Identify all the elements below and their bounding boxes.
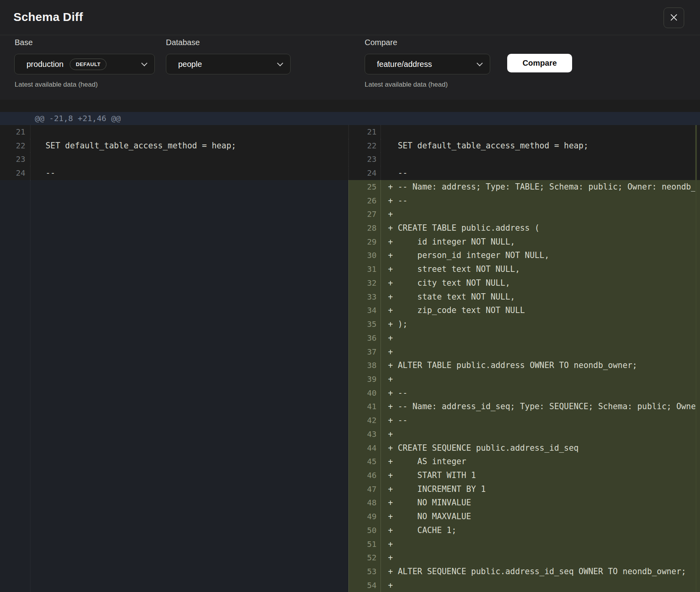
- diff-line: 41+ -- Name: address_id_seq; Type: SEQUE…: [348, 400, 700, 414]
- line-number: 50: [348, 524, 381, 537]
- code-text: +: [381, 427, 700, 441]
- code-text: + --: [381, 194, 700, 208]
- line-number: 43: [348, 427, 381, 441]
- code-text: + --: [381, 414, 700, 427]
- database-label: Database: [166, 38, 200, 47]
- diff-line: 32+ city text NOT NULL,: [348, 276, 700, 290]
- diff-line: 35+ );: [348, 317, 700, 331]
- database-select[interactable]: people: [166, 54, 291, 74]
- diff-line: 23: [0, 152, 348, 166]
- line-number: 21: [0, 125, 30, 139]
- code-text: SET default_table_access_method = heap;: [30, 139, 348, 153]
- left-empty-filler: [0, 180, 348, 592]
- code-text: +: [381, 579, 700, 592]
- code-text: +: [381, 551, 700, 565]
- diff-line: 54+: [348, 579, 700, 592]
- line-number: 24: [348, 166, 381, 180]
- code-text: [381, 125, 700, 139]
- diff-line: 43+: [348, 427, 700, 441]
- line-number: 47: [348, 482, 381, 496]
- line-number: 31: [348, 262, 381, 276]
- code-text: + ALTER TABLE public.address OWNER TO ne…: [381, 359, 700, 372]
- code-text: + --: [381, 386, 700, 400]
- code-text: + CREATE SEQUENCE public.address_id_seq: [381, 441, 700, 455]
- compare-button[interactable]: Compare: [507, 54, 572, 72]
- line-number: 25: [348, 180, 381, 194]
- diff-line: 49+ NO MAXVALUE: [348, 510, 700, 524]
- line-number: 52: [348, 551, 381, 565]
- line-number: 48: [348, 496, 381, 510]
- diff-line: 52+: [348, 551, 700, 565]
- line-number: 37: [348, 345, 381, 359]
- diff-line: 28+ CREATE TABLE public.address (: [348, 221, 700, 235]
- code-text: + -- Name: address_id_seq; Type: SEQUENC…: [381, 400, 700, 414]
- diff-line: 27+: [348, 207, 700, 221]
- close-button[interactable]: [664, 8, 684, 28]
- code-text: + zip_code text NOT NULL: [381, 304, 700, 317]
- overview-ruler: [695, 125, 697, 592]
- diff-line: 46+ START WITH 1: [348, 469, 700, 482]
- compare-label: Compare: [365, 38, 397, 47]
- code-text: +: [381, 345, 700, 359]
- diff-editor[interactable]: @@ -21,8 +21,46 @@ 2122SET default_table…: [0, 100, 700, 592]
- base-branch-value: production: [27, 60, 63, 69]
- code-text: [30, 152, 348, 166]
- line-number: 46: [348, 469, 381, 482]
- line-number: 33: [348, 290, 381, 304]
- diff-left-pane[interactable]: 2122SET default_table_access_method = he…: [0, 125, 348, 592]
- code-text: SET default_table_access_method = heap;: [381, 139, 700, 153]
- code-text: + CACHE 1;: [381, 524, 700, 537]
- diff-line: 31+ street text NOT NULL,: [348, 262, 700, 276]
- page-title: Schema Diff: [13, 10, 83, 24]
- code-text: + state text NOT NULL,: [381, 290, 700, 304]
- diff-line: 26+ --: [348, 194, 700, 208]
- line-number: 53: [348, 565, 381, 579]
- diff-line: 30+ person_id integer NOT NULL,: [348, 249, 700, 262]
- code-text: +: [381, 331, 700, 345]
- line-number: 30: [348, 249, 381, 262]
- diff-line: 33+ state text NOT NULL,: [348, 290, 700, 304]
- base-hint: Latest available data (head): [15, 81, 98, 89]
- line-number: 27: [348, 207, 381, 221]
- line-number: 51: [348, 537, 381, 551]
- code-text: + NO MAXVALUE: [381, 510, 700, 524]
- diff-line: 22 SET default_table_access_method = hea…: [348, 139, 700, 153]
- code-text: + city text NOT NULL,: [381, 276, 700, 290]
- gutter: [0, 180, 30, 592]
- dialog-header: Schema Diff: [0, 0, 700, 35]
- diff-line: 37+: [348, 345, 700, 359]
- line-number: 36: [348, 331, 381, 345]
- diff-line: 36+: [348, 331, 700, 345]
- diff-line: 25+ -- Name: address; Type: TABLE; Schem…: [348, 180, 700, 194]
- line-number: 39: [348, 372, 381, 386]
- code-text: + -- Name: address; Type: TABLE; Schema:…: [381, 180, 700, 194]
- line-number: 41: [348, 400, 381, 414]
- compare-branch-value: feature/address: [377, 60, 432, 69]
- line-number: 38: [348, 359, 381, 372]
- diff-line: 22SET default_table_access_method = heap…: [0, 139, 348, 153]
- base-branch-select[interactable]: production DEFAULT: [14, 54, 155, 74]
- default-badge: DEFAULT: [70, 59, 106, 70]
- code-text: + INCREMENT BY 1: [381, 482, 700, 496]
- chevron-down-icon: [277, 60, 283, 66]
- code-text: + );: [381, 317, 700, 331]
- code-text: --: [381, 166, 700, 180]
- close-icon: [670, 13, 678, 23]
- code-text: +: [381, 372, 700, 386]
- code-text: + NO MINVALUE: [381, 496, 700, 510]
- diff-line: 47+ INCREMENT BY 1: [348, 482, 700, 496]
- diff-line: 45+ AS integer: [348, 455, 700, 469]
- diff-line: 50+ CACHE 1;: [348, 524, 700, 537]
- diff-line: 29+ id integer NOT NULL,: [348, 235, 700, 249]
- line-number: 26: [348, 194, 381, 208]
- compare-branch-select[interactable]: feature/address: [365, 54, 490, 74]
- compare-hint: Latest available data (head): [365, 81, 448, 89]
- diff-line: 34+ zip_code text NOT NULL: [348, 304, 700, 317]
- diff-right-pane[interactable]: 21 22 SET default_table_access_method = …: [348, 125, 700, 592]
- code-text: [381, 152, 700, 166]
- line-number: 42: [348, 414, 381, 427]
- diff-line: 21: [0, 125, 348, 139]
- diff-line: 39+: [348, 372, 700, 386]
- code-text: --: [30, 166, 348, 180]
- line-number: 21: [348, 125, 381, 139]
